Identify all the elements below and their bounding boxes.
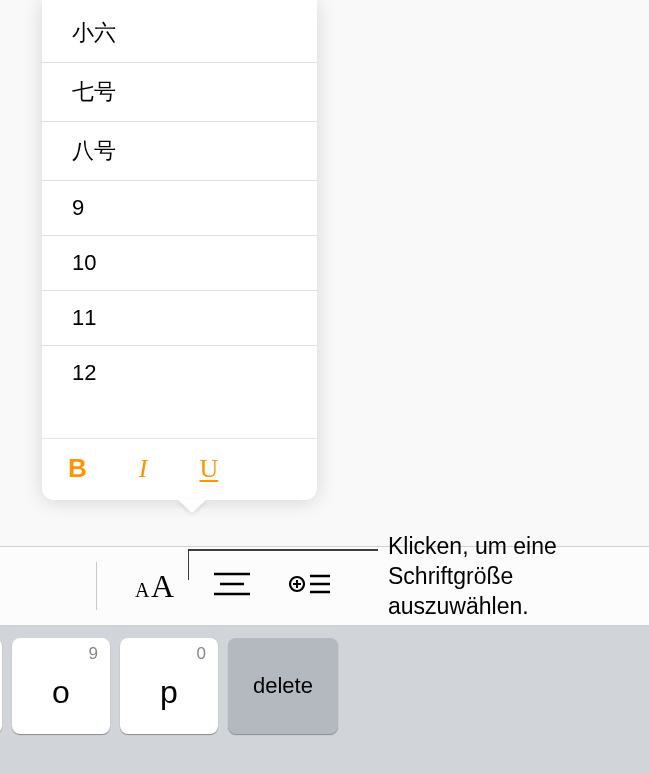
insert-list-button[interactable]: [285, 561, 335, 611]
size-item[interactable]: 小六: [42, 8, 317, 63]
size-item[interactable]: 9: [42, 181, 317, 236]
italic-button[interactable]: I: [139, 454, 148, 484]
key-delete[interactable]: delete: [228, 638, 338, 734]
align-icon: [212, 570, 252, 602]
svg-text:A: A: [151, 568, 174, 604]
size-item[interactable]: 10: [42, 236, 317, 291]
key-i[interactable]: 8 i: [0, 638, 2, 734]
size-item[interactable]: 七号: [42, 63, 317, 122]
key-main: p: [160, 674, 178, 711]
key-p[interactable]: 0 p: [120, 638, 218, 734]
font-size-button[interactable]: A A: [129, 561, 179, 611]
key-hint: 0: [197, 644, 206, 664]
key-main: delete: [253, 673, 313, 699]
key-o[interactable]: 9 o: [12, 638, 110, 734]
toolbar-divider: [96, 562, 97, 610]
format-bar: B I U: [42, 438, 317, 498]
font-size-icon: A A: [129, 567, 179, 605]
size-list: 小六 七号 八号 9 10 11 12: [42, 0, 317, 438]
size-item[interactable]: 11: [42, 291, 317, 346]
align-button[interactable]: [207, 561, 257, 611]
key-hint: 9: [89, 644, 98, 664]
key-main: o: [52, 674, 70, 711]
font-size-popover: 小六 七号 八号 9 10 11 12 B I U: [42, 0, 317, 500]
size-item[interactable]: 八号: [42, 122, 317, 181]
svg-text:A: A: [135, 579, 150, 601]
popover-arrow: [177, 499, 207, 513]
callout-text: Klicken, um eine Schriftgröße auszuwähle…: [388, 532, 649, 622]
underline-button[interactable]: U: [199, 454, 218, 484]
size-item[interactable]: 12: [42, 346, 317, 390]
keyboard: 8 i 9 o 0 p delete: [0, 626, 649, 774]
bold-button[interactable]: B: [68, 453, 87, 484]
insert-list-icon: [288, 570, 332, 602]
